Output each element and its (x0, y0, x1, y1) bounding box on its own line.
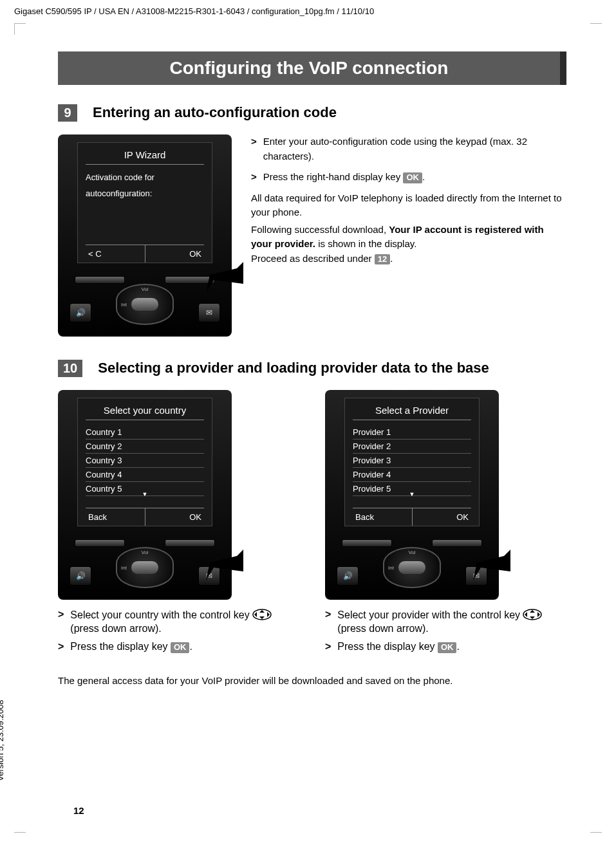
phone-screen-provider: Select a Provider Provider 1 Provider 2 … (344, 398, 480, 526)
country-item-1[interactable]: Country 1 (86, 425, 204, 440)
step9-para3-post: . (390, 253, 393, 264)
doc-header: Gigaset C590/595 IP / USA EN / A31008-M2… (14, 6, 374, 16)
step12-keycap: 12 (375, 254, 390, 265)
svg-marker-4 (259, 616, 265, 619)
phone-screen-country: Select your country Country 1 Country 2 … (77, 398, 212, 526)
svg-marker-6 (267, 612, 270, 617)
step-9-title: Entering an auto-configuration code (93, 104, 337, 121)
control-key-dpad[interactable]: Vol Int (116, 284, 174, 325)
dpad-vol-label: Vol (408, 550, 415, 555)
ok-keycap: OK (171, 642, 190, 653)
crop-mark-bl (14, 821, 26, 833)
step9-para-1: All data required for VoIP telephony is … (251, 191, 566, 220)
step9-para3-pre: Proceed as described under (251, 253, 375, 264)
provider-bullet-2: > Press the display key OK. (325, 641, 566, 653)
svg-marker-12 (537, 612, 540, 617)
right-softkey-button[interactable] (165, 539, 215, 547)
softkey-right-ok[interactable]: OK (145, 245, 205, 263)
left-softkey-button[interactable] (75, 276, 125, 284)
speaker-button[interactable]: 🔊 (337, 566, 359, 586)
dpad-center-button[interactable] (131, 560, 159, 575)
country-item-3[interactable]: Country 3 (86, 454, 204, 468)
softkey-right-ok[interactable]: OK (413, 508, 472, 526)
svg-marker-0 (206, 262, 243, 293)
screen-title-provider: Select a Provider (353, 405, 471, 420)
dpad-center-button[interactable] (398, 560, 426, 575)
provider-b2-pre: Press the display key (337, 641, 438, 652)
dpad-int-label: Int (121, 565, 127, 571)
page-title-banner: Configuring the VoIP connection (58, 51, 566, 85)
provider-b1-pre: Select your provider with the control ke… (337, 609, 523, 620)
crop-mark-tr (590, 23, 602, 35)
softkey-left-clear[interactable]: < C (86, 245, 145, 263)
step9-para2-post: is shown in the display. (315, 238, 416, 249)
right-softkey-button[interactable] (432, 539, 482, 547)
step10-final-note: The general access data for your VoIP pr… (58, 674, 566, 689)
pointer-arrow-icon (473, 550, 510, 583)
svg-marker-7 (473, 550, 510, 580)
ok-keycap: OK (438, 642, 457, 653)
dpad-int-label: Int (121, 302, 127, 308)
step9-bullet-1: > Enter your auto-configuration code usi… (251, 134, 566, 163)
left-softkey-button[interactable] (75, 539, 125, 547)
provider-b2-post: . (456, 641, 459, 652)
left-softkey-button[interactable] (342, 539, 392, 547)
dpad-vol-label: Vol (141, 286, 148, 292)
scroll-down-indicator: ▼ (409, 491, 415, 497)
country-item-4[interactable]: Country 4 (86, 468, 204, 482)
provider-bullet-1: > Select your provider with the control … (325, 609, 566, 634)
page-number: 12 (73, 805, 84, 816)
control-key-icon (252, 609, 272, 623)
speaker-button[interactable]: 🔊 (70, 566, 91, 586)
ok-keycap: OK (403, 172, 422, 183)
crop-mark-tl (14, 23, 26, 35)
provider-b1-post: (press down arrow). (337, 623, 428, 634)
control-key-dpad[interactable]: Vol Int (116, 547, 174, 588)
step9-para-2: Following successful download, Your IP a… (251, 223, 566, 252)
screen-line-2: autoconfiguration: (86, 186, 204, 202)
svg-marker-5 (254, 612, 257, 617)
provider-item-3[interactable]: Provider 3 (353, 454, 471, 468)
phone-screen-ipwizard: IP Wizard Activation code for autoconfig… (77, 142, 212, 263)
scroll-down-indicator: ▼ (142, 491, 148, 497)
provider-item-2[interactable]: Provider 2 (353, 440, 471, 454)
country-b1-pre: Select your country with the control key (70, 609, 252, 620)
svg-marker-3 (259, 610, 265, 613)
phone-mock-ipwizard: IP Wizard Activation code for autoconfig… (58, 134, 232, 337)
softkey-left-back[interactable]: Back (353, 508, 413, 526)
step9-bullet-1-text: Enter your auto-configuration code using… (263, 134, 566, 163)
svg-marker-1 (206, 550, 243, 580)
phone-mock-provider: Select a Provider Provider 1 Provider 2 … (325, 390, 499, 600)
provider-item-4[interactable]: Provider 4 (353, 468, 471, 482)
svg-marker-9 (530, 610, 535, 613)
control-key-dpad[interactable]: Vol Int (383, 547, 441, 588)
step9-para-3: Proceed as described under 12. (251, 252, 566, 266)
version-text: Version 5, 23.09.2008 (0, 700, 5, 782)
pointer-arrow-icon (206, 550, 243, 583)
dpad-center-button[interactable] (131, 297, 159, 311)
dpad-int-label: Int (388, 565, 394, 571)
svg-marker-11 (525, 612, 527, 617)
speaker-button[interactable]: 🔊 (70, 303, 91, 322)
step-10-number: 10 (58, 360, 82, 377)
step-9-number: 9 (58, 104, 77, 122)
provider-item-1[interactable]: Provider 1 (353, 425, 471, 440)
step-10-title: Selecting a provider and loading provide… (98, 360, 489, 376)
phone-mock-country: Select your country Country 1 Country 2 … (58, 390, 232, 600)
step9-bullet-2-pre: Press the right-hand display key (263, 171, 404, 182)
crop-mark-br (590, 821, 602, 833)
dpad-vol-label: Vol (141, 550, 148, 555)
softkey-right-ok[interactable]: OK (145, 508, 205, 526)
screen-title-ipwizard: IP Wizard (86, 149, 204, 165)
step9-para2-pre: Following successful download, (251, 224, 389, 235)
country-b2-post: . (189, 641, 192, 652)
country-b2-pre: Press the display key (70, 641, 171, 652)
step9-bullet-2-post: . (422, 171, 425, 182)
mail-button[interactable]: ✉ (198, 303, 220, 322)
step9-bullet-2: > Press the right-hand display key OK. (251, 170, 566, 185)
control-key-icon (523, 609, 542, 623)
country-bullet-2: > Press the display key OK. (58, 641, 299, 653)
softkey-left-back[interactable]: Back (86, 508, 145, 526)
screen-line-1: Activation code for (86, 170, 204, 186)
country-item-2[interactable]: Country 2 (86, 440, 204, 454)
